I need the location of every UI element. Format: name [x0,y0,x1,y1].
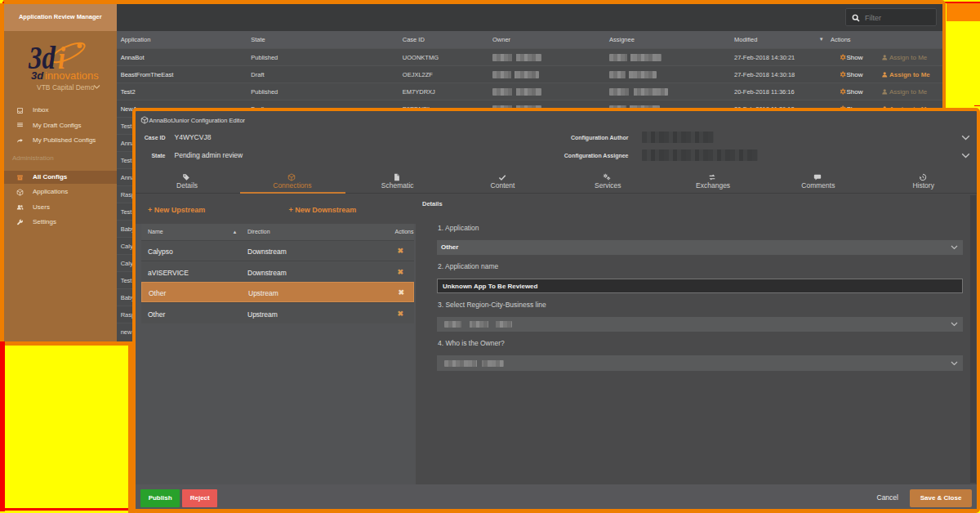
svg-text:VTB Capital Demo: VTB Capital Demo [37,83,95,91]
svg-text:innovations: innovations [45,69,99,82]
svg-text:3d: 3d [31,69,44,82]
